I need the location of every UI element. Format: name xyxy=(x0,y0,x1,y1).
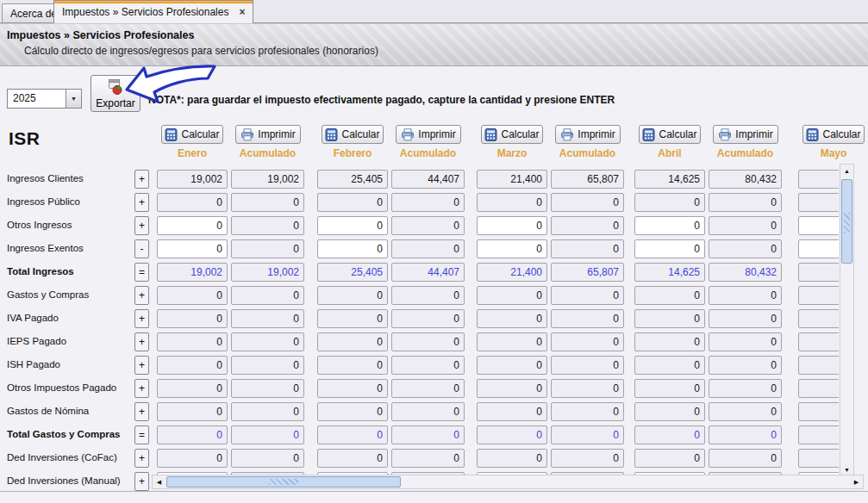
cell: 65,807 xyxy=(551,170,624,189)
vertical-scroll-thumb[interactable] xyxy=(841,179,852,264)
cell[interactable]: 0 xyxy=(157,239,228,258)
cell: 0 xyxy=(709,216,782,235)
cell xyxy=(798,263,839,282)
print-label: Imprimir xyxy=(735,128,772,140)
tab-bar: Acerca de Impuestos » Servicios Profesio… xyxy=(0,0,868,23)
cell: 0 xyxy=(157,309,228,328)
cell: 0 xyxy=(709,239,782,258)
cell: 0 xyxy=(477,356,547,375)
cell: 0 xyxy=(391,379,465,398)
cell: 0 xyxy=(157,193,228,212)
cell: 0 xyxy=(231,425,304,444)
tab-impuestos-servicios-profesionales[interactable]: Impuestos » Servicios Profesionales × xyxy=(53,0,253,23)
cell: 0 xyxy=(551,425,624,444)
cell xyxy=(798,356,839,375)
calculate-button[interactable]: Calcular xyxy=(481,125,543,144)
calculate-button[interactable]: Calcular xyxy=(322,125,384,144)
cell: 0 xyxy=(477,402,547,421)
cell[interactable]: 0 xyxy=(477,216,547,235)
month-header: Abril xyxy=(634,147,705,159)
cell: 0 xyxy=(551,402,624,421)
horizontal-scroll-thumb[interactable] xyxy=(166,476,401,487)
cell[interactable] xyxy=(798,239,839,258)
print-button[interactable]: Imprimir xyxy=(235,125,301,144)
cell[interactable]: 0 xyxy=(317,239,388,258)
cell: 0 xyxy=(709,356,782,375)
cell[interactable]: 0 xyxy=(317,216,388,235)
cell: 0 xyxy=(634,425,705,444)
cell: 0 xyxy=(477,332,547,351)
cell: 21,400 xyxy=(477,263,547,282)
export-icon xyxy=(106,78,125,96)
scroll-left-icon[interactable]: ◀ xyxy=(153,475,165,488)
year-select[interactable]: 2025 ▼ xyxy=(7,89,82,109)
cell: 0 xyxy=(634,379,705,398)
month-header: Febrero xyxy=(317,147,388,159)
chevron-down-icon[interactable]: ▼ xyxy=(66,90,81,108)
print-button[interactable]: Imprimir xyxy=(713,125,778,144)
cell: 0 xyxy=(709,379,782,398)
cell: 0 xyxy=(551,193,624,212)
grid-cells-viewport: 19,00219,00225,40544,40721,40065,80714,6… xyxy=(0,164,839,475)
cell: 0 xyxy=(477,425,547,444)
accumulated-header: Acumulado xyxy=(391,147,465,159)
cell: 0 xyxy=(477,286,547,305)
cell[interactable] xyxy=(798,216,839,235)
cell: 0 xyxy=(391,449,465,468)
cell: 0 xyxy=(231,216,304,235)
export-button[interactable]: Exportar xyxy=(91,75,141,112)
horizontal-scrollbar[interactable]: ◀ ▶ xyxy=(152,475,864,489)
cell xyxy=(798,286,839,305)
tab-close-icon[interactable]: × xyxy=(239,7,245,17)
printer-icon xyxy=(560,128,574,141)
scroll-up-icon[interactable]: ▲ xyxy=(840,165,853,177)
calculate-label: Calcular xyxy=(659,128,696,140)
cell: 80,432 xyxy=(709,263,782,282)
accumulated-header: Acumulado xyxy=(231,147,304,159)
calculator-icon xyxy=(325,128,338,141)
cell: 0 xyxy=(157,332,228,351)
cell xyxy=(798,449,839,468)
cell: 0 xyxy=(477,193,547,212)
calculator-icon xyxy=(484,128,497,141)
accumulated-header: Acumulado xyxy=(709,147,782,159)
cell: 0 xyxy=(391,356,465,375)
cell xyxy=(798,309,839,328)
cell: 0 xyxy=(231,309,304,328)
cell: 0 xyxy=(551,356,624,375)
cell[interactable]: 0 xyxy=(634,239,705,258)
cell: 0 xyxy=(391,332,465,351)
printer-icon xyxy=(401,128,415,141)
month-header: Mayo xyxy=(798,147,868,159)
vertical-scrollbar[interactable]: ▲ ▼ xyxy=(840,164,854,477)
cell: 14,625 xyxy=(634,170,705,189)
cell: 0 xyxy=(709,402,782,421)
cell: 0 xyxy=(709,425,782,444)
page-header: Impuestos » Servicios Profesionales Cálc… xyxy=(0,23,868,66)
cell[interactable]: 0 xyxy=(477,239,547,258)
cell: 0 xyxy=(634,449,705,468)
cell: 0 xyxy=(391,286,465,305)
calculator-icon xyxy=(806,128,819,141)
cell: 0 xyxy=(231,402,304,421)
cell[interactable]: 0 xyxy=(157,216,228,235)
cell: 0 xyxy=(391,216,465,235)
section-title: ISR xyxy=(9,128,41,149)
note-text: NOTA*: para guardar el impuesto efectiva… xyxy=(148,94,615,106)
cell: 21,400 xyxy=(477,170,547,189)
cell: 0 xyxy=(317,356,388,375)
cell: 25,405 xyxy=(317,170,388,189)
calculate-button[interactable]: Calcular xyxy=(161,125,223,144)
cell: 0 xyxy=(317,402,388,421)
print-button[interactable]: Imprimir xyxy=(396,125,461,144)
cell: 0 xyxy=(157,449,228,468)
scroll-right-icon[interactable]: ▶ xyxy=(850,475,863,488)
cell: 0 xyxy=(231,193,304,212)
calculate-button[interactable]: Calcular xyxy=(639,125,701,144)
year-value: 2025 xyxy=(13,92,36,104)
calculate-button[interactable]: Calcular xyxy=(802,125,865,144)
print-button[interactable]: Imprimir xyxy=(555,125,621,144)
cell: 0 xyxy=(477,309,547,328)
cell[interactable]: 0 xyxy=(634,216,705,235)
cell: 0 xyxy=(157,402,228,421)
